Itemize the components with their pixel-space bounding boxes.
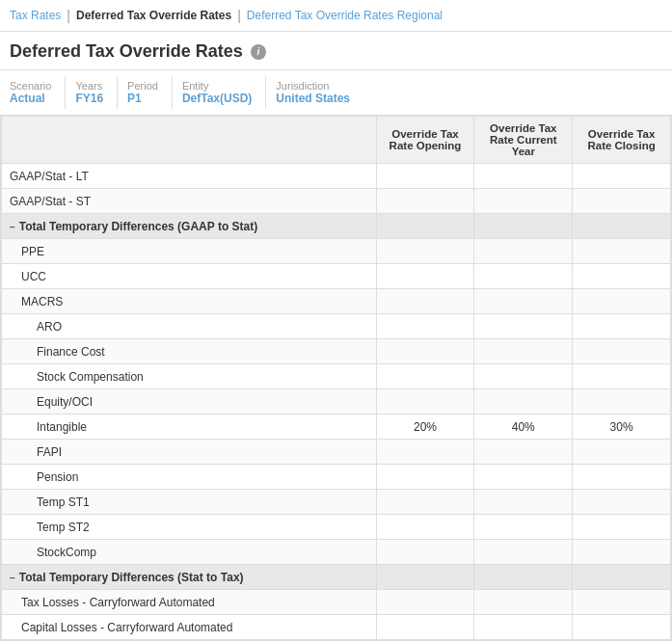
row-current-cell[interactable] [474,615,573,640]
row-opening-cell[interactable] [376,314,474,339]
row-opening-cell[interactable] [376,189,474,214]
top-nav: Tax Rates | Deferred Tax Override Rates … [0,0,672,32]
table-row: Tax Losses - Carryforward Automated [2,590,671,615]
row-closing-cell[interactable] [573,565,671,590]
filter-scenario-label: Scenario [10,80,51,92]
row-opening-cell[interactable] [376,364,474,389]
row-closing-cell[interactable] [573,189,671,214]
filter-scenario[interactable]: Scenario Actual [10,76,66,109]
col-header-opening: Override Tax Rate Opening [376,117,474,164]
row-current-cell[interactable] [474,264,573,289]
row-closing-cell[interactable] [573,314,671,339]
row-closing-cell[interactable] [573,389,671,415]
row-name-cell: ARO [2,314,377,339]
row-closing-cell[interactable] [573,364,671,389]
table-row: −Total Temporary Differences (Stat to Ta… [2,565,671,590]
row-current-cell[interactable] [474,164,573,189]
row-current-cell[interactable] [474,239,573,264]
row-closing-cell[interactable] [573,490,671,515]
filter-years[interactable]: Years FY16 [66,76,118,109]
filter-entity-value: DefTax(USD) [182,92,252,105]
row-closing-cell[interactable] [573,515,671,540]
nav-deferred-tax-override[interactable]: Deferred Tax Override Rates [76,9,231,22]
row-opening-cell[interactable] [376,264,474,289]
row-current-cell[interactable] [474,465,573,490]
row-opening-cell[interactable] [376,615,474,640]
row-current-cell[interactable]: 40% [474,415,573,440]
row-closing-cell[interactable] [573,590,671,615]
row-name-cell: MACRS [2,289,377,314]
row-current-cell[interactable] [474,314,573,339]
row-opening-cell[interactable]: 20% [376,415,474,440]
table-row: GAAP/Stat - LT [2,164,671,189]
row-opening-cell[interactable] [376,465,474,490]
page-header: Deferred Tax Override Rates i [0,32,672,69]
row-closing-cell[interactable] [573,615,671,640]
row-opening-cell[interactable] [376,540,474,565]
row-name-cell: −Total Temporary Differences (Stat to Ta… [2,565,377,590]
row-opening-cell[interactable] [376,565,474,590]
row-current-cell[interactable] [474,289,573,314]
row-closing-cell[interactable] [573,164,671,189]
filter-entity-label: Entity [182,80,252,92]
table-row: Stock Compensation [2,364,671,389]
row-current-cell[interactable] [474,189,573,214]
filter-period[interactable]: Period P1 [118,76,173,109]
row-name-cell: Stock Compensation [2,364,377,389]
row-closing-cell[interactable]: 30% [573,415,671,440]
row-current-cell[interactable] [474,490,573,515]
row-current-cell[interactable] [474,214,573,239]
table-row: Temp ST2 [2,515,671,540]
row-closing-cell[interactable] [573,465,671,490]
row-opening-cell[interactable] [376,515,474,540]
row-name-cell: Intangible [2,415,377,440]
row-opening-cell[interactable] [376,590,474,615]
filter-period-label: Period [127,80,158,92]
row-opening-cell[interactable] [376,490,474,515]
col-header-closing: Override Tax Rate Closing [573,117,671,164]
table-row: Temp ST1 [2,490,671,515]
row-name-cell: Pension [2,465,377,490]
row-name-cell: GAAP/Stat - ST [2,189,377,214]
row-opening-cell[interactable] [376,239,474,264]
row-name-cell: GAAP/Stat - LT [2,164,377,189]
row-current-cell[interactable] [474,515,573,540]
nav-separator-2: | [237,8,241,23]
row-current-cell[interactable] [474,389,573,415]
filter-entity[interactable]: Entity DefTax(USD) [173,76,266,109]
row-opening-cell[interactable] [376,214,474,239]
table-row: Capital Losses - Carryforward Automated [2,615,671,640]
info-icon[interactable]: i [251,44,266,60]
row-closing-cell[interactable] [573,264,671,289]
row-closing-cell[interactable] [573,239,671,264]
row-opening-cell[interactable] [376,164,474,189]
row-name-cell: Temp ST2 [2,515,377,540]
row-current-cell[interactable] [474,364,573,389]
table-row: Finance Cost [2,339,671,364]
filter-years-value: FY16 [75,92,103,105]
row-closing-cell[interactable] [573,540,671,565]
row-current-cell[interactable] [474,540,573,565]
row-closing-cell[interactable] [573,289,671,314]
row-current-cell[interactable] [474,339,573,364]
row-closing-cell[interactable] [573,214,671,239]
row-current-cell[interactable] [474,590,573,615]
collapse-icon[interactable]: − [10,222,15,232]
row-closing-cell[interactable] [573,339,671,364]
row-opening-cell[interactable] [376,289,474,314]
table-row: Equity/OCI [2,389,671,415]
row-closing-cell[interactable] [573,440,671,465]
nav-deferred-tax-regional[interactable]: Deferred Tax Override Rates Regional [247,9,443,22]
row-name-cell: Finance Cost [2,339,377,364]
nav-separator-1: | [67,8,70,23]
filter-jurisdiction[interactable]: Jurisdiction United States [266,76,363,109]
row-opening-cell[interactable] [376,389,474,415]
row-opening-cell[interactable] [376,339,474,364]
nav-tax-rates[interactable]: Tax Rates [10,9,61,22]
collapse-icon[interactable]: − [10,573,15,583]
row-opening-cell[interactable] [376,440,474,465]
row-current-cell[interactable] [474,440,573,465]
filter-scenario-value: Actual [10,92,45,105]
table-row: PPE [2,239,671,264]
row-current-cell[interactable] [474,565,573,590]
